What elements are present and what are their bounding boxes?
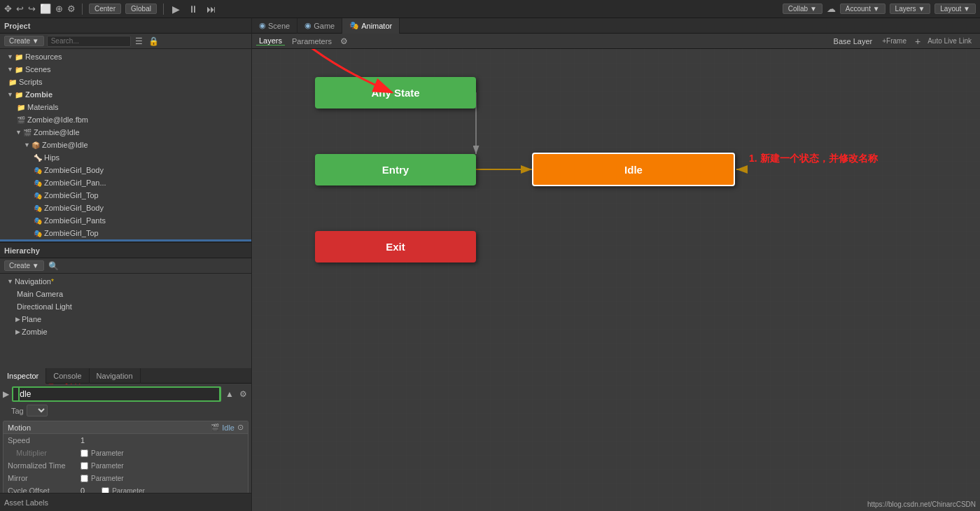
- rect-icon[interactable]: ⬜: [40, 4, 51, 14]
- tree-item[interactable]: 📁Materials: [0, 101, 251, 113]
- tree-item[interactable]: 🎭ZombieGirl_Body: [0, 202, 251, 214]
- play-button[interactable]: ▶: [170, 4, 182, 15]
- canvas-arrows: [252, 49, 980, 511]
- mirror-row: Mirror Parameter: [4, 472, 248, 484]
- project-lock-icon[interactable]: 🔒: [147, 36, 160, 46]
- tab-scene[interactable]: ◉ Scene: [252, 18, 298, 34]
- tree-item[interactable]: ▼📦Zombie@Idle: [0, 139, 251, 151]
- tree-item[interactable]: ▼📁Zombie: [0, 88, 251, 101]
- tree-item-icon: 📁: [15, 91, 23, 99]
- tree-item[interactable]: 📁Scripts: [0, 76, 251, 88]
- tree-item-icon: 📁: [15, 53, 23, 61]
- move-icon: ✥: [4, 4, 12, 14]
- hierarchy-item[interactable]: Directional Light: [0, 300, 251, 313]
- hierarchy-search-icon[interactable]: 🔍: [47, 261, 60, 271]
- state-entry[interactable]: Entry: [315, 154, 476, 186]
- auto-live-link: Auto Live Link: [923, 37, 976, 45]
- tab-game[interactable]: ◉ Game: [298, 18, 342, 34]
- tree-item[interactable]: 🎭ZombieGirl_Pants: [0, 214, 251, 227]
- animator-settings-icon[interactable]: ⚙: [339, 36, 349, 46]
- global-button[interactable]: Global: [125, 4, 157, 14]
- motion-clip-icon: 🎬: [211, 424, 219, 431]
- tree-item[interactable]: ▼🎬Zombie@Idle: [0, 126, 251, 139]
- tag-dropdown[interactable]: [27, 405, 48, 416]
- hierarchy-arrow-icon: ▶: [15, 316, 20, 323]
- project-create-btn[interactable]: Create ▼: [4, 36, 44, 46]
- project-tree: ▼📁Resources▼📁Scenes📁Scripts▼📁Zombie📁Mate…: [0, 49, 251, 241]
- normalized-param: Parameter: [91, 462, 124, 470]
- account-button[interactable]: Account ▼: [840, 4, 886, 14]
- state-any-state[interactable]: Any State: [315, 77, 476, 108]
- annotation-arrow-svg: [252, 49, 980, 511]
- hierarchy-item-label: Navigation: [15, 277, 51, 286]
- animator-canvas[interactable]: Any State Entry Exit Idle 1. 新建一个状态，并修改名…: [252, 49, 980, 511]
- tree-item-label: Zombie@Idle.fbm: [27, 115, 88, 124]
- idle-name-wrapper: ▶ ▲ ⚙ 这里改名: [3, 386, 248, 402]
- tree-item[interactable]: ▼📁Scenes: [0, 63, 251, 76]
- hierarchy-arrow-icon: ▼: [7, 278, 13, 285]
- center-button[interactable]: Center: [89, 4, 121, 14]
- hierarchy-create-btn[interactable]: Create ▼: [4, 260, 44, 271]
- hierarchy-item[interactable]: ▶Zombie: [0, 326, 251, 338]
- tab-inspector[interactable]: Inspector: [0, 368, 46, 384]
- mirror-checkbox[interactable]: [80, 475, 88, 482]
- multiplier-checkbox[interactable]: [80, 449, 88, 457]
- project-sort-icon[interactable]: ☰: [134, 36, 144, 46]
- step1-arrow-svg: [252, 49, 980, 511]
- tab-console[interactable]: Console: [46, 368, 89, 384]
- state-settings-icon[interactable]: ⚙: [238, 389, 248, 399]
- undo-icon[interactable]: ↩: [16, 4, 24, 14]
- redo-icon[interactable]: ↪: [28, 4, 36, 14]
- tree-item[interactable]: 🎭ZombieGirl_Top: [0, 227, 251, 239]
- project-toolbar: Create ▼ ☰ 🔒: [0, 34, 251, 49]
- layers-button[interactable]: Layers ▼: [890, 4, 931, 14]
- project-header: Project: [0, 18, 251, 34]
- project-search-input[interactable]: [47, 36, 131, 47]
- tree-item-label: Scripts: [19, 78, 43, 86]
- tree-item[interactable]: 🎭ZombieGirl_Top: [0, 189, 251, 202]
- step-button[interactable]: ⏭: [204, 4, 218, 15]
- tree-item[interactable]: 🎭ZombieGirl_Pan...: [0, 176, 251, 189]
- tree-item[interactable]: ▼📁Resources: [0, 50, 251, 63]
- tree-item[interactable]: 🦴Hips: [0, 151, 251, 164]
- tree-arrow-icon: ▼: [7, 66, 13, 73]
- animator-top-tab-bar: ◉ Scene ◉ Game 🎭 Animator: [252, 18, 980, 34]
- tab-animator[interactable]: 🎭 Animator: [342, 18, 400, 34]
- hierarchy-item[interactable]: ▼Navigation*: [0, 275, 251, 288]
- cycle-label: Cycle Offset: [8, 486, 78, 493]
- nav-star-icon: *: [51, 278, 54, 286]
- cycle-param: Parameter: [112, 487, 145, 493]
- tree-item[interactable]: ▶Idle: [0, 239, 251, 241]
- hierarchy-arrow-icon: ▶: [15, 328, 20, 335]
- state-exit[interactable]: Exit: [315, 231, 476, 262]
- tree-item[interactable]: 🎭ZombieGirl_Body: [0, 164, 251, 176]
- transform-icon[interactable]: ⊕: [55, 4, 63, 14]
- cycle-checkbox[interactable]: [102, 487, 109, 493]
- state-expand-icon[interactable]: ▲: [224, 389, 235, 399]
- hierarchy-item[interactable]: Main Camera: [0, 288, 251, 300]
- tree-item-label: Zombie@Idle: [34, 128, 80, 136]
- normalized-checkbox[interactable]: [80, 462, 88, 470]
- add-icon[interactable]: +: [915, 36, 920, 47]
- sub-tab-layers[interactable]: Layers: [256, 36, 285, 46]
- hierarchy-item[interactable]: ▶Plane: [0, 313, 251, 326]
- pause-button[interactable]: ⏸: [186, 4, 200, 15]
- tree-item[interactable]: 🎬Zombie@Idle.fbm: [0, 113, 251, 126]
- scene-icon: ◉: [259, 21, 266, 30]
- sub-tab-parameters[interactable]: Parameters: [289, 37, 335, 46]
- state-name-field[interactable]: [12, 386, 221, 402]
- base-layer-label: Base Layer: [830, 37, 877, 46]
- idle-title-bar: ▶ ▲ ⚙: [3, 386, 248, 402]
- layout-button[interactable]: Layout ▼: [934, 4, 976, 14]
- tree-item-icon: 🎭: [34, 204, 42, 212]
- any-state-label: Any State: [371, 87, 419, 99]
- motion-dot-icon[interactable]: ⊙: [237, 423, 244, 432]
- tab-navigation[interactable]: Navigation: [90, 368, 141, 384]
- settings2-icon[interactable]: ⚙: [67, 4, 76, 14]
- tree-arrow-icon: ▼: [15, 129, 22, 136]
- tree-item-label: Hips: [44, 153, 59, 162]
- state-idle[interactable]: Idle: [532, 153, 735, 186]
- collab-button[interactable]: Collab ▼: [783, 4, 822, 14]
- tree-item-icon: 🎭: [34, 179, 42, 187]
- tree-arrow-icon: ▼: [24, 141, 30, 148]
